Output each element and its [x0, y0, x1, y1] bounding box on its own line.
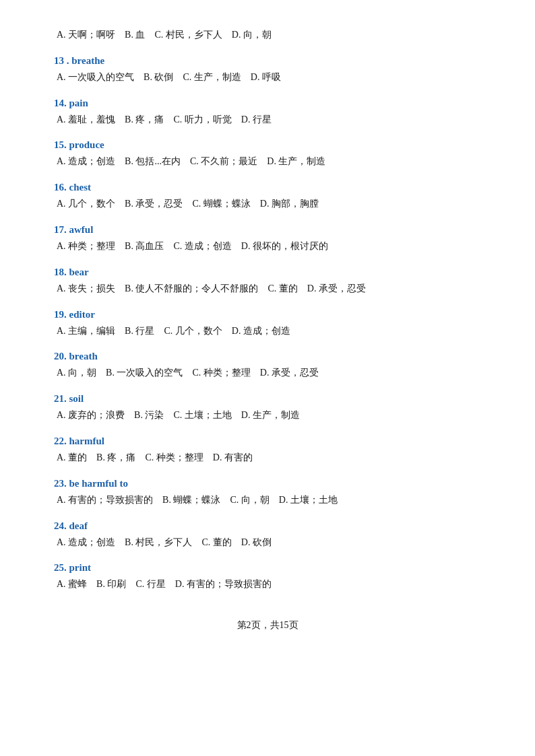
top-options-block: A. 天啊；啊呀 B. 血 C. 村民，乡下人 D. 向，朝 [54, 27, 481, 43]
question-block-21: 21. soilA. 废弃的；浪费 B. 污染 C. 土壤；土地 D. 生产，制… [54, 393, 481, 423]
question-title-19: 19. editor [54, 309, 481, 320]
question-options-21: A. 废弃的；浪费 B. 污染 C. 土壤；土地 D. 生产，制造 [54, 407, 481, 423]
question-title-15: 15. produce [54, 139, 481, 151]
footer-text: 第2页，共15页 [237, 620, 298, 630]
question-options-14: A. 羞耻，羞愧 B. 疼，痛 C. 听力，听觉 D. 行星 [54, 112, 481, 128]
question-title-17: 17. awful [54, 224, 481, 236]
question-block-25: 25. printA. 蜜蜂 B. 印刷 C. 行星 D. 有害的；导致损害的 [54, 562, 481, 592]
page-footer: 第2页，共15页 [54, 619, 481, 631]
question-title-14: 14. pain [54, 98, 481, 109]
question-title-18: 18. bear [54, 267, 481, 278]
question-block-14: 14. painA. 羞耻，羞愧 B. 疼，痛 C. 听力，听觉 D. 行星 [54, 98, 481, 128]
question-title-22: 22. harmful [54, 436, 481, 447]
question-options-18: A. 丧失；损失 B. 使人不舒服的；令人不舒服的 C. 董的 D. 承受，忍受 [54, 281, 481, 297]
question-options-25: A. 蜜蜂 B. 印刷 C. 行星 D. 有害的；导致损害的 [54, 576, 481, 592]
question-title-13: 13 . breathe [54, 55, 481, 67]
questions-container: 13 . breatheA. 一次吸入的空气 B. 砍倒 C. 生产，制造 D.… [54, 55, 481, 592]
question-title-21: 21. soil [54, 393, 481, 405]
question-options-17: A. 种类；整理 B. 高血压 C. 造成；创造 D. 很坏的，根讨厌的 [54, 238, 481, 254]
question-title-25: 25. print [54, 562, 481, 574]
question-options-16: A. 几个，数个 B. 承受，忍受 C. 蝴蝶；蝶泳 D. 胸部，胸膛 [54, 196, 481, 212]
question-block-17: 17. awfulA. 种类；整理 B. 高血压 C. 造成；创造 D. 很坏的… [54, 224, 481, 254]
question-block-23: 23. be harmful toA. 有害的；导致损害的 B. 蝴蝶；蝶泳 C… [54, 478, 481, 508]
question-title-16: 16. chest [54, 182, 481, 193]
question-title-23: 23. be harmful to [54, 478, 481, 489]
question-block-19: 19. editorA. 主编，编辑 B. 行星 C. 几个，数个 D. 造成；… [54, 309, 481, 339]
question-options-24: A. 造成；创造 B. 村民，乡下人 C. 董的 D. 砍倒 [54, 535, 481, 551]
question-block-16: 16. chestA. 几个，数个 B. 承受，忍受 C. 蝴蝶；蝶泳 D. 胸… [54, 182, 481, 212]
question-block-13: 13 . breatheA. 一次吸入的空气 B. 砍倒 C. 生产，制造 D.… [54, 55, 481, 85]
question-block-24: 24. deafA. 造成；创造 B. 村民，乡下人 C. 董的 D. 砍倒 [54, 520, 481, 551]
question-options-19: A. 主编，编辑 B. 行星 C. 几个，数个 D. 造成；创造 [54, 323, 481, 339]
top-options-text: A. 天啊；啊呀 B. 血 C. 村民，乡下人 D. 向，朝 [54, 27, 481, 43]
question-options-13: A. 一次吸入的空气 B. 砍倒 C. 生产，制造 D. 呼吸 [54, 69, 481, 85]
question-title-24: 24. deaf [54, 520, 481, 532]
question-block-18: 18. bearA. 丧失；损失 B. 使人不舒服的；令人不舒服的 C. 董的 … [54, 267, 481, 297]
question-block-22: 22. harmfulA. 董的 B. 疼，痛 C. 种类；整理 D. 有害的 [54, 436, 481, 466]
question-options-20: A. 向，朝 B. 一次吸入的空气 C. 种类；整理 D. 承受，忍受 [54, 365, 481, 381]
question-block-20: 20. breathA. 向，朝 B. 一次吸入的空气 C. 种类；整理 D. … [54, 351, 481, 381]
question-options-23: A. 有害的；导致损害的 B. 蝴蝶；蝶泳 C. 向，朝 D. 土壤；土地 [54, 492, 481, 508]
question-block-15: 15. produceA. 造成；创造 B. 包括...在内 C. 不久前；最近… [54, 139, 481, 170]
question-title-20: 20. breath [54, 351, 481, 362]
question-options-22: A. 董的 B. 疼，痛 C. 种类；整理 D. 有害的 [54, 450, 481, 466]
question-options-15: A. 造成；创造 B. 包括...在内 C. 不久前；最近 D. 生产，制造 [54, 153, 481, 170]
